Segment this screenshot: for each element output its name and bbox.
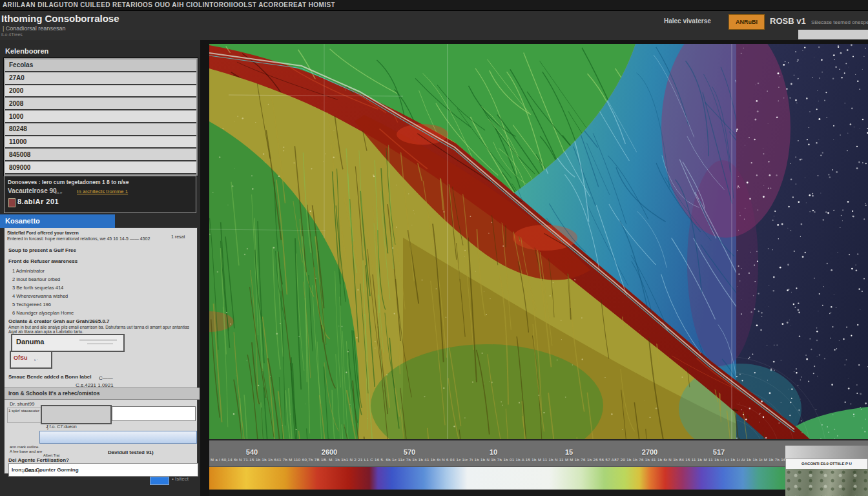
fo-line: ₰ f.o. C7:dueon bbox=[46, 424, 77, 429]
smaue-suffix: C—— bbox=[99, 375, 113, 381]
window-title-bar: ARIILAAN DILAGUTON CUILEED RETARIOOS OUO… bbox=[0, 0, 868, 11]
legend-major-tick: 15 bbox=[565, 448, 573, 456]
legend-major-tick: 570 bbox=[404, 448, 415, 456]
donate-label: Halec vivaterse bbox=[664, 17, 711, 25]
calendar-icon bbox=[8, 198, 16, 207]
info-superscript: Ju.e bbox=[55, 191, 62, 194]
legend-bar: 540 2600 570 10 15 2700 517 M a l 60,14 … bbox=[209, 439, 868, 496]
tab-kosanetto[interactable]: Kosanetto bbox=[0, 214, 115, 228]
panel-list-item: 6 Naundger alyseplan Home bbox=[12, 309, 74, 317]
panel-list-item: 2 Inout beartour orbed bbox=[12, 275, 74, 284]
dr-label: Dr. shunt99 bbox=[10, 401, 34, 407]
list-item[interactable]: 11000 bbox=[5, 136, 196, 149]
info-link[interactable]: In architects tromme 1 bbox=[77, 189, 128, 194]
panel-list-item: 3 Be forth sequelas 414 bbox=[12, 284, 74, 292]
dropdown-marks: ¹ ˙ bbox=[34, 358, 38, 362]
info-box: Donoseves : Iero cum tegetadonem 1 8 to … bbox=[4, 176, 196, 213]
danuma-label: Danuma bbox=[16, 338, 44, 346]
tiny-line-1: ann mark outline. bbox=[10, 445, 39, 449]
app-header: Ithoming Consoborralose | Conadiorsal re… bbox=[0, 11, 868, 40]
legend-bottom-strip bbox=[209, 490, 868, 496]
highlighted-input[interactable] bbox=[39, 431, 197, 444]
tiny-note-box: 1 spkr/ staeaouter bbox=[7, 408, 42, 423]
header-tagline: SBecase teemed onespeCOB bbox=[811, 19, 868, 25]
thumbnail-gradient-strip bbox=[785, 446, 868, 459]
legend-major-tick: 10 bbox=[490, 448, 497, 456]
legend-minor-ticks: M a l 60,14 6t N 71.15 1b 1b 1b 641 7b M… bbox=[211, 458, 867, 465]
tiny-line-2: A fee base and are bbox=[10, 450, 42, 453]
footer-blue-button[interactable] bbox=[150, 477, 169, 485]
footer-status: • Isitect bbox=[172, 476, 189, 482]
list-item[interactable]: Fecolas bbox=[5, 59, 196, 72]
panel-list-item: 5 Techgeree4 196 bbox=[12, 300, 74, 309]
thumbnail-caption: OACONTI E0.0 OTTIILE P U bbox=[785, 459, 868, 470]
aerial-photo bbox=[785, 469, 868, 496]
panel-meta-right: 1 resat bbox=[171, 234, 185, 239]
del-question: Del Agente Fertilisation? bbox=[8, 457, 69, 463]
panel-paragraph: Amen in but and alle analys pils email e… bbox=[8, 325, 193, 334]
list-item[interactable]: 1000 bbox=[5, 110, 196, 123]
pswd-label: pswd16 p. bbox=[23, 468, 42, 473]
panel-question: Oclante & creator Grah aur Grah/2665.0.7 bbox=[8, 318, 110, 324]
panel-meta-1: Stateflat Ford offered your tavern bbox=[7, 231, 79, 235]
map-inset-thumbnail[interactable]: OACONTI E0.0 OTTIILE P U bbox=[785, 446, 868, 496]
list-item[interactable]: 845008 bbox=[5, 149, 196, 161]
white-input[interactable] bbox=[112, 406, 196, 421]
section-bar: Iron & Schools It's a rehec/omistos bbox=[5, 388, 200, 400]
list-item[interactable]: 80248 bbox=[5, 123, 196, 136]
legend-major-tick: 540 bbox=[246, 448, 258, 456]
smaue-line: Smaue Bende added a Bonn label bbox=[8, 374, 91, 380]
ofsu-dropdown[interactable]: OfSu ¹ ˙ bbox=[10, 351, 52, 369]
version-label: ROSB v1 bbox=[770, 16, 806, 26]
info-line-2: Vacautelrose 90 bbox=[8, 187, 57, 194]
app-subnote: iLo 4Trees bbox=[1, 32, 23, 37]
signature-line bbox=[79, 340, 117, 340]
app-title: Ithoming Consoborralose bbox=[1, 13, 119, 24]
legend-major-tick: 2600 bbox=[322, 448, 337, 456]
danuma-field[interactable]: Danuma bbox=[11, 334, 125, 352]
color-scale-bar bbox=[209, 466, 868, 490]
gray-input[interactable] bbox=[41, 405, 112, 424]
app-subtitle: | Conadiorsal reansesan bbox=[3, 25, 65, 32]
left-sidebar: Kelenbooren Fecolas 27A0 2000 2008 1000 … bbox=[0, 40, 200, 496]
panel-heading-2: Front de Refuser awareness bbox=[8, 258, 78, 264]
info-line-1: Donoseves : Iero cum tegetadonem 1 8 to … bbox=[8, 179, 129, 185]
orange-badge-button[interactable]: ANRuBI bbox=[728, 14, 765, 30]
signature-line bbox=[87, 344, 113, 344]
list-item[interactable]: 2008 bbox=[5, 98, 196, 110]
window-title: ARIILAAN DILAGUTON CUILEED RETARIOOS OUO… bbox=[3, 1, 335, 8]
header-light-strip bbox=[798, 30, 868, 39]
wind-map-canvas[interactable] bbox=[209, 44, 868, 439]
panel-list: 1 Administrator 2 Inout beartour orbed 3… bbox=[12, 267, 74, 317]
dropdown-value: OfSu bbox=[14, 355, 28, 361]
info-line-3: 8.ablAr 201 bbox=[17, 198, 59, 205]
list-item[interactable]: 27A0 bbox=[5, 72, 196, 85]
panel-list-item: 1 Administrator bbox=[12, 267, 74, 275]
legend-major-tick: 2700 bbox=[642, 448, 657, 456]
list-item[interactable]: 809000 bbox=[5, 161, 196, 174]
list-header: Kelenbooren bbox=[5, 47, 48, 55]
legend-major-tick: 517 bbox=[713, 448, 725, 456]
panel-heading-1: Soup to present a Gulf Free bbox=[8, 247, 76, 253]
settings-panel: Stateflat Ford offered your tavern Enter… bbox=[4, 227, 198, 474]
list-item[interactable]: 2000 bbox=[5, 85, 196, 98]
panel-meta-2: Entered in forcast: hope merrational rel… bbox=[7, 236, 150, 241]
panel-list-item: 4 Whereverwanna wished bbox=[12, 292, 74, 300]
david-label: Davidull tested 91) bbox=[108, 450, 154, 455]
level-list: Fecolas 27A0 2000 2008 1000 80248 11000 … bbox=[4, 58, 198, 176]
